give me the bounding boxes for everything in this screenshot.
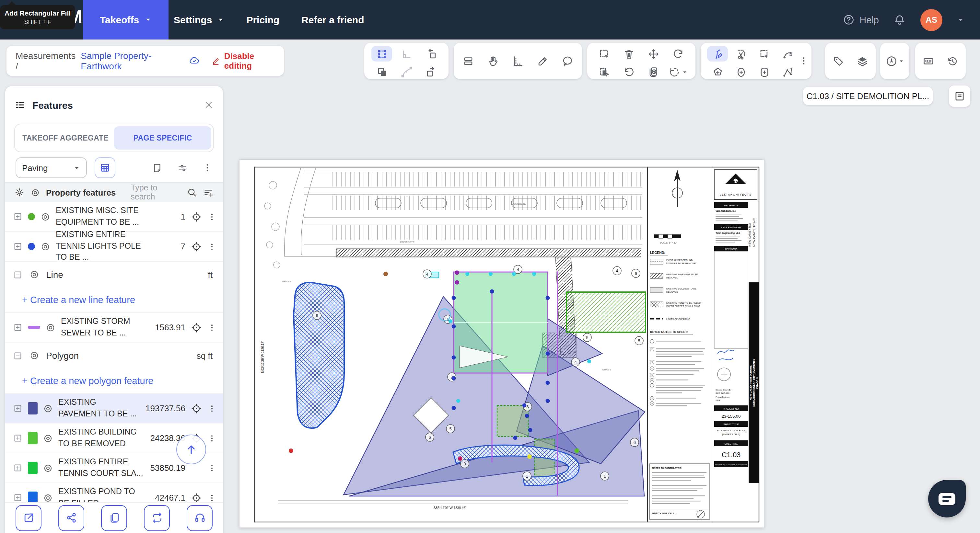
table-view-button[interactable]: [95, 157, 115, 178]
visibility-target-icon[interactable]: [43, 433, 53, 443]
account-caret-icon[interactable]: [957, 16, 964, 24]
marquee-fill-button[interactable]: [594, 64, 615, 80]
expand-icon[interactable]: [13, 433, 23, 443]
compass-button[interactable]: [883, 53, 907, 69]
sliders-icon[interactable]: [177, 162, 188, 173]
row-tools-button[interactable]: [458, 53, 479, 69]
breadcrumb-current[interactable]: Sample Property- Earthwork: [81, 51, 178, 71]
visibility-target-icon[interactable]: [29, 270, 40, 280]
rotate-right-button[interactable]: [421, 64, 441, 80]
highlighter-button[interactable]: [533, 53, 553, 69]
rect-add-button[interactable]: [754, 64, 775, 80]
angle-ruler-button[interactable]: [396, 46, 417, 62]
locate-crosshair-icon[interactable]: [191, 241, 202, 252]
comment-button[interactable]: [557, 53, 578, 69]
row-menu-icon[interactable]: [207, 212, 216, 221]
feature-row[interactable]: EXISTING ENTIRE TENNIS LIGHTS POLE TO BE…: [5, 232, 223, 262]
gear-icon[interactable]: [14, 187, 25, 198]
feature-row[interactable]: EXISTING STORM SEWER TO BE ... 1563.91: [5, 313, 223, 343]
rect-select-button[interactable]: [754, 46, 775, 62]
ellipse-add-button[interactable]: [731, 64, 751, 80]
avatar[interactable]: AS: [920, 9, 942, 31]
feature-row[interactable]: EXISTING POND TO BE FILLED 42467.1: [5, 483, 223, 502]
expand-icon[interactable]: [13, 463, 23, 473]
search-input[interactable]: Type to search: [130, 183, 181, 201]
rotate-left-button[interactable]: [421, 46, 441, 62]
notes-icon[interactable]: [152, 162, 163, 173]
create-polygon-feature-button[interactable]: + Create a new polygon feature: [5, 368, 223, 394]
close-icon[interactable]: [204, 100, 214, 110]
move-button[interactable]: [643, 46, 664, 62]
collapse-icon[interactable]: [13, 351, 23, 360]
nav-item-settings[interactable]: Settings: [174, 0, 224, 40]
row-menu-icon[interactable]: [207, 242, 216, 251]
expand-icon[interactable]: [13, 212, 23, 222]
marquee-select-button[interactable]: [594, 46, 615, 62]
share-button[interactable]: [58, 505, 84, 531]
expand-icon[interactable]: [13, 493, 23, 502]
pin-pen-tool-button[interactable]: [707, 46, 728, 62]
visibility-target-icon[interactable]: [43, 403, 53, 414]
visibility-target-icon[interactable]: [40, 211, 51, 222]
visibility-target-icon[interactable]: [45, 322, 56, 333]
line-section-header[interactable]: Line ft: [5, 262, 223, 287]
select-transform-button[interactable]: [371, 46, 392, 62]
building-to-be-removed-overlay[interactable]: [566, 292, 646, 332]
locate-crosshair-icon[interactable]: [191, 211, 202, 222]
visibility-target-icon[interactable]: [30, 187, 40, 197]
panel-more-menu[interactable]: [202, 163, 213, 173]
visibility-target-icon[interactable]: [40, 241, 51, 252]
visibility-target-icon[interactable]: [43, 463, 53, 473]
path-nodes-button[interactable]: [778, 64, 799, 80]
locate-crosshair-icon[interactable]: [191, 492, 202, 502]
disable-editing-button[interactable]: Disable editing: [211, 51, 275, 71]
delete-button[interactable]: [619, 46, 640, 62]
add-filter-icon[interactable]: [203, 187, 214, 198]
collapse-icon[interactable]: [13, 270, 23, 279]
search-icon[interactable]: [187, 187, 197, 198]
row-menu-icon[interactable]: [207, 463, 216, 473]
chat-launcher[interactable]: [928, 480, 966, 517]
nav-item-pricing[interactable]: Pricing: [246, 0, 279, 40]
layers-button[interactable]: [852, 53, 873, 69]
expand-icon[interactable]: [13, 403, 23, 413]
visibility-target-icon[interactable]: [43, 493, 53, 502]
feature-row-selected[interactable]: EXISTING PAVEMENT TO BE ... 193737.56: [5, 394, 223, 424]
plan-canvas[interactable]: CONCRETE CONCRETE GRASS GRASS: [239, 159, 764, 528]
copy-button[interactable]: [101, 505, 127, 531]
sheet-selector[interactable]: C1.03 / SITE DEMOLITION PL...: [803, 87, 933, 105]
row-menu-icon[interactable]: [207, 493, 216, 502]
support-button[interactable]: [187, 505, 213, 531]
scroll-top-button[interactable]: [176, 435, 206, 464]
row-menu-icon[interactable]: [207, 434, 216, 443]
help-button[interactable]: Help: [843, 14, 879, 26]
tab-page-specific[interactable]: PAGE SPECIFIC: [114, 126, 211, 150]
rotate-menu-button[interactable]: [668, 64, 688, 80]
create-line-feature-button[interactable]: + Create a new line feature: [5, 287, 223, 313]
breadcrumb-root[interactable]: Measurements /: [16, 51, 75, 71]
bezier-curve-button[interactable]: [396, 64, 417, 80]
export-button[interactable]: [16, 505, 41, 531]
feature-row[interactable]: EXISTING MISC. SITE EQUIPMENT TO BE ... …: [5, 202, 223, 232]
tab-takeoff-aggregate[interactable]: TAKEOFF AGGREGATE: [17, 126, 114, 150]
visibility-target-icon[interactable]: [29, 351, 40, 361]
undo-button[interactable]: [619, 64, 640, 80]
copy-style-button[interactable]: [371, 64, 392, 80]
node-path-button[interactable]: [778, 46, 799, 62]
repeat-button[interactable]: [144, 505, 170, 531]
expand-icon[interactable]: [13, 322, 23, 332]
nav-item-refer[interactable]: Refer a friend: [301, 0, 364, 40]
tag-button[interactable]: [828, 53, 849, 69]
pan-hand-button[interactable]: [482, 53, 503, 69]
redo-button[interactable]: [668, 46, 688, 62]
pentagon-add-button[interactable]: [707, 64, 728, 80]
polygon-section-header[interactable]: Polygon sq ft: [5, 343, 223, 368]
bell-icon[interactable]: [893, 13, 906, 26]
locate-crosshair-icon[interactable]: [191, 322, 202, 333]
pond-to-be-filled-shape[interactable]: [294, 282, 344, 428]
sheet-panel-toggle[interactable]: [949, 86, 970, 107]
locate-crosshair-icon[interactable]: [191, 403, 202, 414]
row-menu-icon[interactable]: [207, 323, 216, 332]
row-menu-icon[interactable]: [207, 404, 216, 413]
toolbar-more-menu[interactable]: [799, 56, 809, 66]
